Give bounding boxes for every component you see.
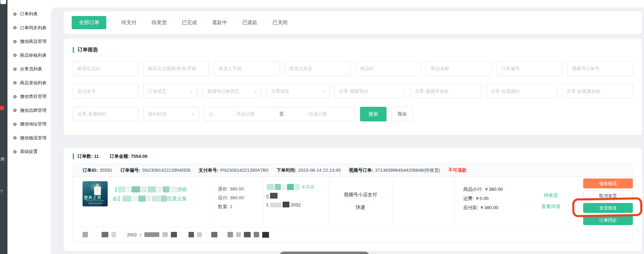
status-cell: 待收货 查看详情	[519, 177, 583, 227]
chevron-down-icon: ∨	[190, 90, 193, 93]
tab-all-orders[interactable]: 全部订单	[72, 16, 106, 29]
shipping-fee-value: ￥0.00	[475, 196, 489, 201]
clock-icon: ◷	[209, 112, 213, 117]
summary-accent-bar	[73, 153, 74, 159]
share-channel-id-input[interactable]	[334, 84, 406, 99]
payable-price: 380.00	[230, 195, 244, 200]
order-meta-bar: 订单ID:35591 订单编号:SN23081422139040DB 支付单号:…	[73, 164, 633, 177]
main-content: 全部订单 待支付 待发货 已完成 退款中 已退款 已关闭 订单筛选 订单状态 ∨	[51, 7, 644, 254]
product-thumbnail[interactable]: 慧美之夜	[83, 181, 108, 206]
channels-order-no-input[interactable]	[567, 61, 633, 76]
buyer-nickname-input[interactable]	[143, 61, 209, 76]
filter-row-2: 订单状态 ∨ 视频号订单状态 ∨ 分享场景 ∨	[73, 84, 633, 99]
footer-fragment-digits: 2002	[127, 232, 137, 237]
payment-no-value: PN230814221390A7B0	[220, 168, 268, 173]
sidebar-item-product-change[interactable]: ⚙ 商品变动列表	[7, 76, 51, 90]
tab-refunded[interactable]: 已退款	[242, 19, 257, 26]
gear-icon: ⚙	[13, 95, 17, 99]
view-details-link[interactable]: 查看详情	[519, 201, 583, 212]
subtotal-value: ￥380.00	[484, 187, 503, 192]
search-button[interactable]: 搜索	[360, 107, 387, 121]
cancel-shipment-button[interactable]: 取消发货	[583, 191, 633, 201]
payment-no-input[interactable]	[73, 84, 139, 99]
gear-icon: ⚙	[13, 150, 17, 154]
receiver-name-input[interactable]	[285, 61, 351, 76]
quantity: 1	[230, 204, 232, 209]
share-scene-select[interactable]: 分享场景 ∨	[266, 84, 329, 99]
tab-pending-payment[interactable]: 待支付	[121, 19, 137, 26]
tab-refunding[interactable]: 退款中	[212, 19, 227, 26]
start-date-placeholder[interactable]: 开始日期	[213, 111, 278, 117]
product-name-input[interactable]	[426, 61, 492, 76]
gear-icon: ⚙	[13, 12, 17, 16]
sidebar-item-product-audit[interactable]: ⚙ 商品审核列表	[7, 49, 51, 63]
buyer-member-id-input[interactable]	[73, 61, 139, 76]
title-accent-bar	[73, 47, 74, 53]
share-video-name-input[interactable]	[562, 84, 633, 99]
product-title-redacted: 【演唱 会】巨星云集	[112, 181, 187, 227]
chevron-down-icon: ∨	[322, 90, 325, 93]
order-sync-button[interactable]: 订单同步	[583, 215, 633, 225]
gear-icon: ⚙	[13, 122, 17, 126]
filter-row-1	[73, 61, 633, 76]
order-count-value: 11	[94, 154, 99, 159]
gear-icon: ⚙	[13, 108, 17, 113]
chevron-down-icon: ∨	[192, 113, 194, 116]
gear-icon: ⚙	[13, 39, 17, 44]
share-liveroom-id-input[interactable]	[73, 107, 139, 121]
order-amount-label: 订单金额:	[110, 154, 130, 159]
poster-title: 慧美之夜	[84, 195, 102, 201]
gear-icon: ⚙	[13, 67, 17, 71]
sidebar-item-wechat-product[interactable]: ⚙ 微信商品管理	[7, 35, 51, 49]
sidebar-item-wechat-address[interactable]: ⚙ 微信地址管理	[7, 117, 51, 131]
amounts-cell: 商品小计: ￥380.00 运费: ￥0.00 应付款: ￥380.00	[454, 177, 519, 227]
sidebar-item-order-list[interactable]: ⚙ 订单列表	[7, 7, 51, 21]
order-row: 慧美之夜 【演唱 会】巨星云集 原价:	[73, 177, 633, 227]
delivery-method: 快递	[328, 201, 392, 214]
original-price: 380.00	[230, 186, 244, 191]
rail-partial-glyph: Y	[0, 189, 3, 194]
notification-dot	[0, 106, 4, 110]
order-no-input[interactable]	[497, 61, 562, 76]
export-button[interactable]: 导出	[391, 107, 413, 121]
share-channel-name-input[interactable]	[410, 84, 482, 99]
buyer-phone-fragment: 2032	[291, 202, 301, 207]
channels-order-status-select[interactable]: 视频号订单状态 ∨	[202, 84, 262, 99]
order-list-panel: 订单数: 11 订单金额: 7554.00 订单ID:35591 订单编号:SN…	[64, 148, 642, 251]
sidebar-item-sharer-list[interactable]: ⚙ 分享员列表	[7, 62, 51, 76]
tab-completed[interactable]: 已完成	[182, 19, 197, 26]
operate-time-select[interactable]: 操作时间 ∨	[143, 107, 199, 121]
order-status-select[interactable]: 订单状态 ∨	[143, 84, 198, 99]
sidebar-item-basic-settings[interactable]: ⚙ 基础设置	[7, 145, 51, 159]
share-video-id-input[interactable]	[486, 84, 557, 99]
tab-closed[interactable]: 已关闭	[272, 19, 288, 26]
buyer-phone-fragment-prefix: 1	[266, 202, 269, 207]
order-no-value: SN23081422139040DB	[142, 168, 191, 173]
shipment-push-button[interactable]: 发货推送	[583, 203, 633, 213]
end-date-placeholder[interactable]: 结束日期	[285, 111, 350, 117]
order-status-tabs: 全部订单 待支付 待发货 已完成 退款中 已退款 已关闭	[64, 11, 642, 34]
order-status-badge: 待收货	[519, 190, 583, 201]
receiver-phone-input[interactable]	[214, 61, 280, 76]
gear-icon: ⚙	[13, 26, 17, 30]
price-cell: 原价: 380.00 应付: 380.00 数量: 1	[210, 177, 264, 227]
sidebar-item-order-sync-list[interactable]: ⚙ 订单同步列表	[7, 21, 51, 35]
chevron-down-icon: ∨	[254, 90, 257, 93]
sidebar-item-wechat-category[interactable]: ⚙ 微信类目管理	[7, 90, 51, 104]
tab-pending-shipment[interactable]: 待发货	[151, 19, 167, 26]
date-range-separator: 至	[278, 111, 285, 117]
product-cell: 慧美之夜 【演唱 会】巨星云集	[73, 177, 210, 227]
date-range-picker[interactable]: ◷ 开始日期 至 结束日期	[204, 107, 355, 121]
order-card: 订单ID:35591 订单编号:SN23081422139040DB 支付单号:…	[73, 164, 633, 242]
product-id-input[interactable]	[355, 61, 421, 76]
gear-icon: ⚙	[13, 136, 17, 140]
buyer-nickname-fragment: 不不开	[301, 185, 315, 190]
order-id-value: 35591	[100, 168, 112, 173]
sidebar-item-wechat-brand[interactable]: ⚙ 微信品牌管理	[7, 104, 51, 118]
modify-logistics-button[interactable]: 修改物流	[583, 179, 633, 188]
filter-section-title: 订单筛选	[73, 47, 633, 53]
rail-app-icon	[0, 0, 6, 4]
sidebar-item-wechat-logistics[interactable]: ⚙ 微信物流管理	[7, 131, 51, 145]
footer-fragment-sep: /	[140, 232, 141, 237]
payment-cell: 视频号小店支付 快递	[328, 177, 393, 227]
